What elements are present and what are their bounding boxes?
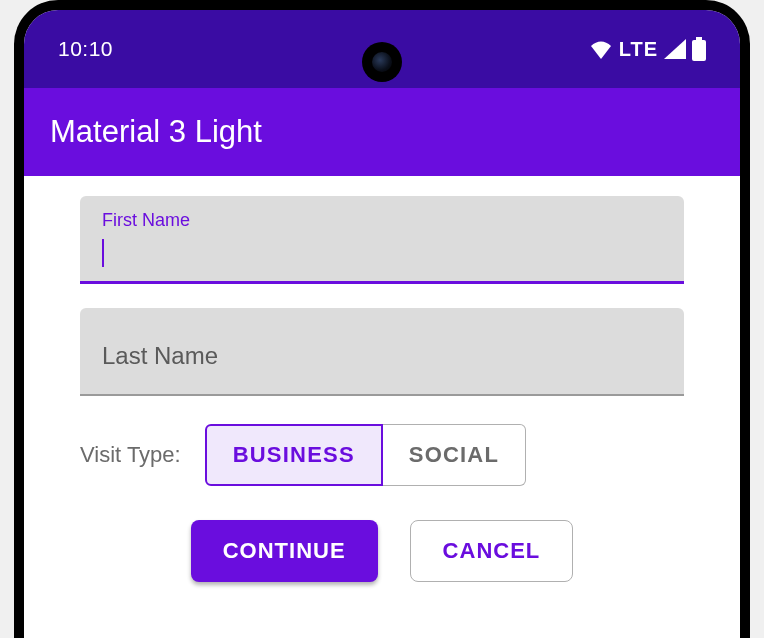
screen: 10:10 LTE Material 3 Light Fir (24, 10, 740, 638)
visit-type-business[interactable]: BUSINESS (205, 424, 383, 486)
camera-notch (362, 42, 402, 82)
last-name-field[interactable]: Last Name (80, 308, 684, 396)
app-bar: Material 3 Light (24, 88, 740, 176)
cancel-button[interactable]: CANCEL (410, 520, 574, 582)
visit-type-label: Visit Type: (80, 442, 181, 468)
device-side-button (740, 245, 746, 305)
continue-button[interactable]: CONTINUE (191, 520, 378, 582)
text-cursor (102, 239, 104, 267)
signal-icon (664, 39, 686, 59)
visit-type-toggle-group: BUSINESS SOCIAL (205, 424, 526, 486)
svg-rect-1 (692, 40, 706, 61)
content-area: First Name Last Name Visit Type: BUSINES… (24, 176, 740, 582)
visit-type-row: Visit Type: BUSINESS SOCIAL (80, 424, 684, 486)
camera-lens (372, 52, 392, 72)
first-name-field[interactable]: First Name (80, 196, 684, 284)
last-name-label: Last Name (102, 342, 662, 370)
status-indicators: LTE (589, 37, 706, 61)
battery-icon (692, 37, 706, 61)
first-name-label: First Name (102, 210, 662, 231)
wifi-icon (589, 39, 613, 59)
status-time: 10:10 (58, 37, 113, 61)
page-title: Material 3 Light (50, 114, 262, 150)
network-label: LTE (619, 38, 658, 61)
svg-rect-0 (696, 37, 702, 40)
device-frame: 10:10 LTE Material 3 Light Fir (14, 0, 750, 638)
visit-type-social[interactable]: SOCIAL (383, 424, 526, 486)
button-row: CONTINUE CANCEL (80, 520, 684, 582)
